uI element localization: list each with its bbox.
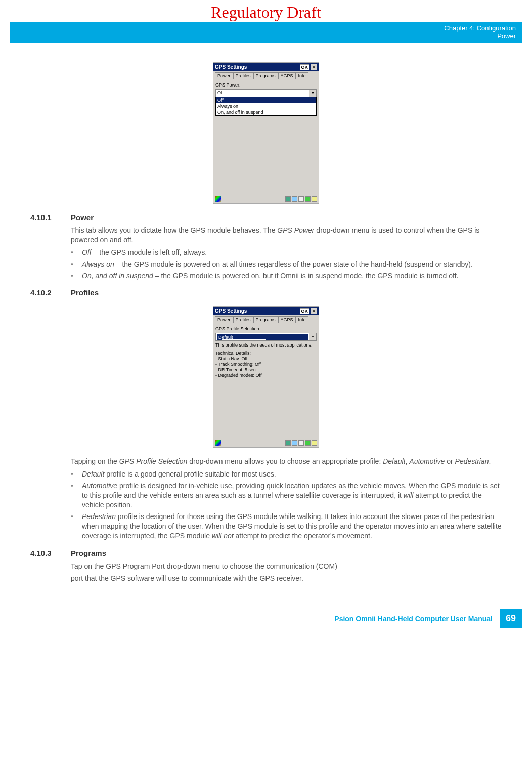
tech-line: - Degraded modes: Off (215, 373, 317, 378)
watermark: Regulatory Draft (0, 0, 532, 22)
tray-icon[interactable] (312, 440, 317, 446)
gps-profile-dropdown[interactable]: Default ▼ (215, 333, 317, 341)
gps-power-dropdown[interactable]: Off ▼ (215, 89, 317, 97)
tab-power[interactable]: Power (215, 316, 233, 323)
device-tabs: Power Profiles Programs AGPS Info (213, 71, 319, 79)
tray-icon[interactable] (292, 440, 297, 446)
system-tray (285, 196, 317, 202)
body-text: This tab allows you to dictate how the G… (71, 226, 502, 245)
tech-line: - Track Smoothing: Off (215, 362, 317, 367)
text-italic: Pedestrian (455, 457, 489, 465)
close-button[interactable]: × (311, 64, 317, 70)
chapter-header: Chapter 4: Configuration Power (10, 22, 522, 43)
tab-programs[interactable]: Programs (253, 72, 278, 79)
tab-agps[interactable]: AGPS (278, 72, 296, 79)
body-text: Tapping on the GPS Profile Selection dro… (71, 457, 502, 466)
text-italic: Default (82, 470, 104, 478)
start-icon[interactable] (215, 196, 221, 202)
text-italic: GPS Profile Selection (119, 457, 188, 465)
profile-description: This profile suits the needs of most app… (215, 342, 317, 348)
text-italic: Always on (82, 260, 114, 268)
tab-info[interactable]: Info (296, 72, 308, 79)
list-item: On, and off in suspend – the GPS module … (71, 271, 502, 281)
tech-head: Technical Details: (215, 351, 317, 356)
list-item: Pedestrian profile is designed for those… (71, 512, 502, 541)
device-pane: GPS Power: Off ▼ Off Always on On, and o… (213, 79, 319, 194)
tray-icon[interactable] (285, 196, 291, 202)
text: – the GPS module is left off, always. (92, 248, 207, 256)
section-4-10-2-head: 4.10.2 Profiles (30, 288, 502, 297)
tab-info[interactable]: Info (296, 316, 308, 323)
text: drop-down menu allows you to choose an a… (187, 457, 383, 465)
close-button[interactable]: × (311, 308, 317, 314)
system-tray (285, 440, 317, 446)
section-title: Power (71, 213, 94, 222)
tray-icon[interactable] (312, 196, 317, 202)
text-italic: Default (383, 457, 405, 465)
section-4-10-3-head: 4.10.3 Programs (30, 549, 502, 557)
text-italic: will (404, 491, 413, 499)
body-text: port that the GPS software will use to c… (71, 574, 502, 583)
gps-power-label: GPS Power: (215, 82, 317, 88)
text-italic: GPS Power (277, 226, 314, 234)
technical-details: Technical Details: - Static Nav: Off - T… (215, 351, 317, 378)
header-line2: Power (16, 32, 516, 40)
text-italic: Automotive (82, 482, 117, 490)
option-off[interactable]: Off (216, 97, 316, 103)
option-always-on[interactable]: Always on (216, 103, 316, 109)
tray-icon[interactable] (292, 196, 297, 202)
tab-programs[interactable]: Programs (253, 316, 278, 323)
option-on-off-suspend[interactable]: On, and off in suspend (216, 109, 316, 115)
footer-label: Psion Omnii Hand-Held Computer User Manu… (327, 610, 500, 628)
start-icon[interactable] (215, 440, 221, 446)
dropdown-value: Off (216, 90, 309, 97)
dropdown-arrow-icon[interactable]: ▼ (309, 333, 316, 340)
body-text: Tap on the GPS Program Port drop-down me… (71, 562, 502, 571)
page-number: 69 (500, 609, 522, 628)
dropdown-arrow-icon[interactable]: ▼ (309, 90, 316, 97)
header-line1: Chapter 4: Configuration (16, 24, 516, 32)
section-title: Programs (71, 549, 106, 557)
tab-profiles[interactable]: Profiles (233, 72, 253, 79)
ok-button[interactable]: OK (300, 308, 310, 314)
text: Tapping on the (71, 457, 119, 465)
bullet-list: Default profile is a good general profil… (71, 469, 502, 540)
device-title: GPS Settings (215, 308, 300, 314)
dropdown-list: Off Always on On, and off in suspend (215, 97, 317, 116)
tab-power[interactable]: Power (215, 72, 233, 79)
list-item: Automotive profile is designed for in-ve… (71, 481, 502, 510)
text-italic: Off (82, 248, 92, 256)
section-number: 4.10.3 (30, 549, 71, 557)
page-footer: Psion Omnii Hand-Held Computer User Manu… (10, 609, 522, 628)
dropdown-value: Default (216, 334, 308, 340)
tray-icon[interactable] (305, 440, 311, 446)
bullet-list: Off – the GPS module is left off, always… (71, 248, 502, 281)
tray-icon[interactable] (285, 440, 291, 446)
device-pane: GPS Profile Selection: Default ▼ This pr… (213, 323, 319, 438)
section-number: 4.10.2 (30, 288, 71, 297)
tab-profiles[interactable]: Profiles (233, 316, 253, 323)
tray-icon[interactable] (305, 196, 311, 202)
section-number: 4.10.1 (30, 213, 71, 222)
ok-button[interactable]: OK (300, 64, 310, 70)
section-title: Profiles (71, 288, 99, 297)
text: This tab allows you to dictate how the G… (71, 226, 277, 234)
device-titlebar: GPS Settings OK × (213, 63, 319, 71)
tab-agps[interactable]: AGPS (278, 316, 296, 323)
text-italic: Pedestrian (82, 512, 116, 521)
text: attempt to predict the operator's moveme… (234, 532, 372, 540)
text-italic: On, and off in suspend (82, 272, 153, 280)
tray-icon[interactable] (298, 440, 304, 446)
text-italic: Automotive (409, 457, 445, 465)
list-item: Always on – the GPS module is powered on… (71, 260, 502, 269)
gps-settings-profiles-screenshot: GPS Settings OK × Power Profiles Program… (213, 306, 319, 448)
gps-settings-power-screenshot: GPS Settings OK × Power Profiles Program… (213, 62, 319, 204)
device-taskbar (213, 438, 319, 447)
section-4-10-1-head: 4.10.1 Power (30, 213, 502, 222)
tech-line: - Static Nav: Off (215, 356, 317, 362)
device-tabs: Power Profiles Programs AGPS Info (213, 315, 319, 323)
text-italic: will not (212, 532, 234, 540)
text: profile is a good general profile suitab… (104, 470, 276, 478)
tray-icon[interactable] (298, 196, 304, 202)
text: . (489, 457, 491, 465)
